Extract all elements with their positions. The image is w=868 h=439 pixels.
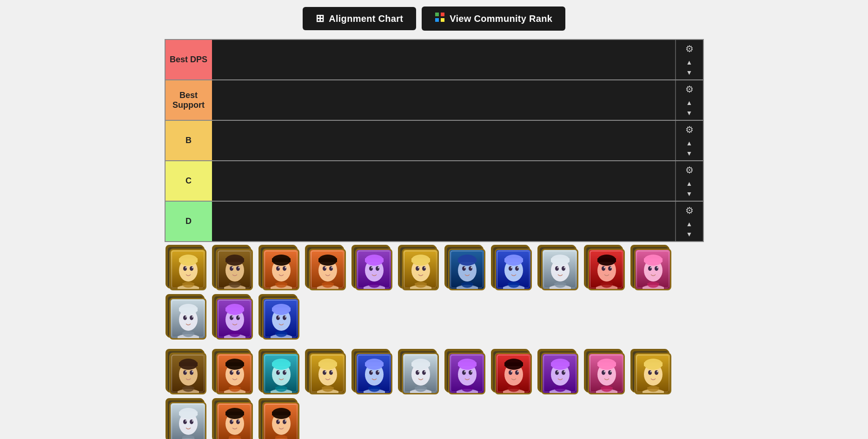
tier-content-b[interactable] (212, 121, 675, 160)
char-card[interactable] (588, 249, 625, 290)
svg-point-46 (378, 267, 379, 269)
svg-point-172 (378, 371, 379, 373)
tier-content-c[interactable] (212, 161, 675, 201)
top-navigation: ⊞ Alignment Chart View Community Rank (0, 0, 868, 39)
tier-row-best-dps: Best DPS ⚙ ▲ ▼ (166, 40, 703, 80)
char-card-stack[interactable] (353, 351, 394, 396)
char-card[interactable] (495, 249, 532, 290)
char-card-stack[interactable] (260, 296, 301, 341)
svg-rect-156 (272, 362, 291, 366)
char-card[interactable] (216, 353, 253, 394)
char-card-stack[interactable] (214, 351, 255, 396)
char-card-stack[interactable] (307, 247, 348, 292)
arrow-up-best-dps[interactable]: ▲ (685, 58, 694, 66)
char-card-stack[interactable] (400, 247, 441, 292)
char-card[interactable] (541, 353, 578, 394)
svg-point-8 (190, 266, 193, 271)
char-card[interactable] (541, 249, 578, 290)
tier-content-best-dps[interactable] (212, 40, 675, 79)
char-card-stack[interactable] (167, 400, 208, 439)
char-card[interactable] (169, 298, 206, 340)
svg-point-64 (470, 267, 472, 269)
svg-point-81 (557, 267, 558, 269)
char-card[interactable] (216, 298, 253, 340)
svg-point-169 (369, 370, 373, 375)
svg-point-178 (416, 370, 419, 375)
svg-point-170 (376, 370, 379, 375)
char-card-stack[interactable] (446, 247, 487, 292)
arrow-up-best-support[interactable]: ▲ (685, 98, 694, 107)
char-card-stack[interactable] (214, 247, 255, 292)
char-card-stack[interactable] (260, 351, 301, 396)
char-card[interactable] (262, 402, 299, 439)
char-card[interactable] (262, 353, 299, 394)
arrow-up-c[interactable]: ▲ (685, 179, 694, 188)
char-card[interactable] (309, 353, 346, 394)
char-card-stack[interactable] (214, 400, 255, 439)
char-card-stack[interactable] (167, 351, 208, 396)
char-card[interactable] (634, 353, 671, 394)
char-card-stack[interactable] (400, 351, 441, 396)
gear-icon-best-support[interactable]: ⚙ (685, 84, 694, 95)
svg-point-196 (509, 370, 512, 375)
char-card[interactable] (216, 402, 253, 439)
char-card-stack[interactable] (493, 247, 534, 292)
gear-icon-c[interactable]: ⚙ (685, 164, 694, 176)
svg-point-252 (278, 420, 279, 422)
char-card[interactable] (402, 249, 439, 290)
svg-rect-93 (597, 258, 616, 262)
char-card-stack[interactable] (167, 296, 208, 341)
gear-icon-b[interactable]: ⚙ (685, 124, 694, 135)
svg-point-135 (185, 371, 186, 373)
tier-content-d[interactable] (212, 202, 675, 241)
char-card-stack[interactable] (493, 351, 534, 396)
char-card[interactable] (169, 353, 206, 394)
community-rank-button[interactable]: View Community Rank (422, 7, 565, 31)
char-card[interactable] (216, 249, 253, 290)
char-card[interactable] (402, 353, 439, 394)
char-card[interactable] (262, 298, 299, 340)
tier-row-b: B ⚙ ▲ ▼ (166, 121, 703, 161)
char-card-stack[interactable] (632, 351, 673, 396)
char-card-stack[interactable] (307, 351, 348, 396)
char-card[interactable] (495, 353, 532, 394)
char-card[interactable] (588, 353, 625, 394)
community-rank-icon (435, 12, 445, 25)
char-card-stack[interactable] (167, 247, 208, 292)
arrow-down-c[interactable]: ▼ (685, 190, 694, 198)
char-card-stack[interactable] (632, 247, 673, 292)
char-card-stack[interactable] (586, 247, 627, 292)
char-card-stack[interactable] (353, 247, 394, 292)
arrow-up-b[interactable]: ▲ (685, 139, 694, 147)
char-card-stack[interactable] (260, 247, 301, 292)
svg-point-80 (562, 266, 565, 271)
char-card[interactable] (262, 249, 299, 290)
svg-point-206 (562, 370, 565, 375)
arrow-down-best-support[interactable]: ▼ (685, 109, 694, 117)
gear-icon-best-dps[interactable]: ⚙ (685, 43, 694, 54)
char-card-stack[interactable] (586, 351, 627, 396)
arrow-down-best-dps[interactable]: ▼ (685, 68, 694, 77)
char-card[interactable] (448, 353, 485, 394)
char-card-stack[interactable] (539, 247, 580, 292)
char-card-stack[interactable] (260, 400, 301, 439)
char-card[interactable] (448, 249, 485, 290)
char-card-stack[interactable] (539, 351, 580, 396)
char-card[interactable] (169, 249, 206, 290)
arrow-down-d[interactable]: ▼ (685, 230, 694, 238)
char-card-stack[interactable] (446, 351, 487, 396)
arrow-up-d[interactable]: ▲ (685, 220, 694, 228)
character-pool-row-2 (165, 346, 704, 439)
char-card[interactable] (309, 249, 346, 290)
tier-content-best-support[interactable] (212, 80, 675, 120)
alignment-chart-button[interactable]: ⊞ Alignment Chart (303, 7, 416, 30)
svg-point-25 (276, 266, 280, 271)
gear-icon-d[interactable]: ⚙ (685, 205, 694, 216)
char-card[interactable] (355, 353, 392, 394)
arrow-down-b[interactable]: ▼ (685, 149, 694, 157)
character-pool-row-1 (165, 242, 704, 346)
char-card[interactable] (169, 402, 206, 439)
char-card[interactable] (355, 249, 392, 290)
char-card[interactable] (634, 249, 671, 290)
char-card-stack[interactable] (214, 296, 255, 341)
